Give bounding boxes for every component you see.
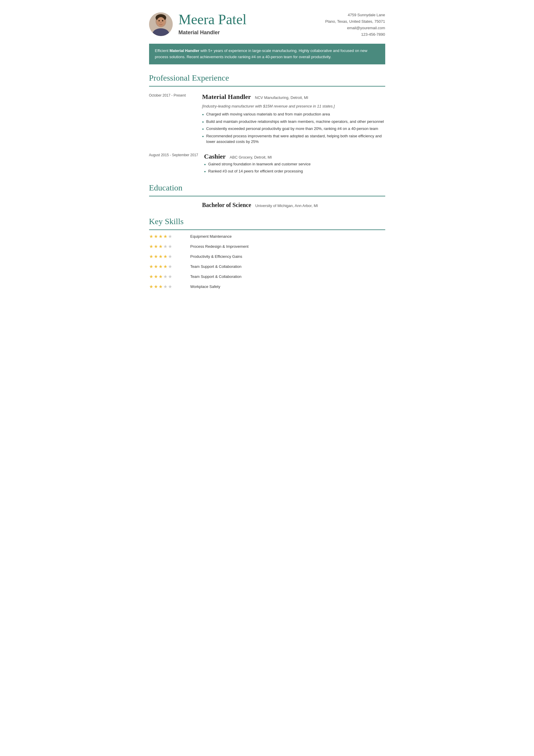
svg-point-4 xyxy=(157,17,165,27)
skill-stars-2: ★★★★★ xyxy=(149,243,184,250)
job-1-bullet-2: Build and maintain productive relationsh… xyxy=(202,119,385,124)
filled-star: ★ xyxy=(154,273,158,280)
education-section: Education Bachelor of Science University… xyxy=(149,182,385,209)
filled-star: ★ xyxy=(158,243,163,250)
filled-star: ★ xyxy=(163,253,167,260)
contact-city-state: Plano, Texas, United States, 75071 xyxy=(325,18,385,25)
job-2-dates: August 2015 - September 2017 xyxy=(149,151,199,176)
job-1-header: Material Handler NCV Manufacturing, Detr… xyxy=(202,92,385,102)
filled-star: ★ xyxy=(158,253,163,260)
empty-star: ★ xyxy=(168,253,172,260)
avatar xyxy=(149,13,173,36)
filled-star: ★ xyxy=(158,283,163,290)
job-1-content: Material Handler NCV Manufacturing, Detr… xyxy=(202,92,385,146)
education-row-1: Bachelor of Science University of Michig… xyxy=(149,201,385,209)
skill-stars-4: ★★★★★ xyxy=(149,263,184,270)
job-1-bullets: Charged with moving various materials to… xyxy=(202,111,385,145)
empty-star: ★ xyxy=(168,273,172,280)
skill-name-2: Process Redesign & Improvement xyxy=(190,244,249,250)
job-1-company: NCV Manufacturing, Detroit, MI xyxy=(255,95,308,100)
filled-star: ★ xyxy=(154,283,158,290)
job-row-1: October 2017 - Present Material Handler … xyxy=(149,92,385,146)
candidate-name: Meera Patel xyxy=(178,12,247,27)
summary-text-before: Efficient xyxy=(155,48,170,53)
skill-stars-1: ★★★★★ xyxy=(149,233,184,240)
filled-star: ★ xyxy=(158,233,163,240)
summary-bold: Material Handler xyxy=(170,48,199,53)
job-row-2: August 2015 - September 2017 Cashier ABC… xyxy=(149,151,385,176)
resume-header: Meera Patel Material Handler 4759 Sunnyd… xyxy=(149,12,385,38)
name-title: Meera Patel Material Handler xyxy=(178,12,247,37)
job-1-bullet-3: Consistently exceeded personal productiv… xyxy=(202,126,385,132)
empty-star: ★ xyxy=(168,283,172,290)
job-2-title: Cashier xyxy=(204,153,226,160)
job-1-bullet-4: Recommended process improvements that we… xyxy=(202,133,385,145)
edu-content-1: Bachelor of Science University of Michig… xyxy=(202,201,385,209)
svg-point-5 xyxy=(158,20,160,21)
empty-star: ★ xyxy=(168,233,172,240)
skill-stars-6: ★★★★★ xyxy=(149,283,184,290)
skill-name-4: Team Support & Collaboration xyxy=(190,264,241,270)
filled-star: ★ xyxy=(154,243,158,250)
education-heading: Education xyxy=(149,182,385,196)
empty-star: ★ xyxy=(163,243,167,250)
candidate-title: Material Handler xyxy=(178,29,247,37)
filled-star: ★ xyxy=(149,283,153,290)
empty-star: ★ xyxy=(163,283,167,290)
job-2-bullet-1: Gained strong foundation in teamwork and… xyxy=(204,161,385,167)
job-2-company: ABC Grocery, Detroit, MI xyxy=(230,155,272,159)
edu-degree-1: Bachelor of Science xyxy=(202,202,251,208)
filled-star: ★ xyxy=(163,263,167,270)
filled-star: ★ xyxy=(154,233,158,240)
contact-info: 4759 Sunnydale Lane Plano, Texas, United… xyxy=(325,12,385,38)
summary-banner: Efficient Material Handler with 5+ years… xyxy=(149,44,385,65)
skill-row-6: ★★★★★Workplace Safety xyxy=(149,283,385,290)
skill-row-3: ★★★★★Productivity & Efficiency Gains xyxy=(149,253,385,260)
filled-star: ★ xyxy=(163,233,167,240)
job-2-content: Cashier ABC Grocery, Detroit, MI Gained … xyxy=(204,151,385,176)
filled-star: ★ xyxy=(154,263,158,270)
skill-name-5: Team Support & Collaboration xyxy=(190,274,241,280)
contact-email: email@youremail.com xyxy=(325,25,385,31)
edu-school-1: University of Michigan, Ann Arbor, MI xyxy=(255,203,318,208)
filled-star: ★ xyxy=(149,263,153,270)
empty-star: ★ xyxy=(168,243,172,250)
job-1-bullet-1: Charged with moving various materials to… xyxy=(202,111,385,117)
skill-name-3: Productivity & Efficiency Gains xyxy=(190,254,242,259)
skill-row-2: ★★★★★Process Redesign & Improvement xyxy=(149,243,385,250)
job-2-bullet-2: Ranked #3 out of 14 peers for efficient … xyxy=(204,168,385,174)
job-1-title: Material Handler xyxy=(202,93,251,100)
skill-name-6: Workplace Safety xyxy=(190,284,221,290)
edu-left xyxy=(149,201,196,209)
professional-experience-heading: Professional Experience xyxy=(149,72,385,87)
filled-star: ★ xyxy=(158,273,163,280)
skill-stars-5: ★★★★★ xyxy=(149,273,184,280)
professional-experience-section: Professional Experience October 2017 - P… xyxy=(149,72,385,176)
contact-address: 4759 Sunnydale Lane xyxy=(325,12,385,18)
skills-list: ★★★★★Equipment Maintenance★★★★★Process R… xyxy=(149,233,385,290)
filled-star: ★ xyxy=(158,263,163,270)
job-2-bullets: Gained strong foundation in teamwork and… xyxy=(204,161,385,174)
svg-point-7 xyxy=(160,22,161,23)
empty-star: ★ xyxy=(168,263,172,270)
job-1-dates: October 2017 - Present xyxy=(149,92,196,146)
filled-star: ★ xyxy=(149,243,153,250)
filled-star: ★ xyxy=(149,233,153,240)
skill-row-5: ★★★★★Team Support & Collaboration xyxy=(149,273,385,280)
skills-section: Key Skills ★★★★★Equipment Maintenance★★★… xyxy=(149,215,385,290)
filled-star: ★ xyxy=(149,253,153,260)
svg-point-6 xyxy=(162,20,163,21)
skills-heading: Key Skills xyxy=(149,215,385,230)
skill-row-1: ★★★★★Equipment Maintenance xyxy=(149,233,385,240)
skill-row-4: ★★★★★Team Support & Collaboration xyxy=(149,263,385,270)
filled-star: ★ xyxy=(149,273,153,280)
skill-name-1: Equipment Maintenance xyxy=(190,233,232,239)
job-2-header: Cashier ABC Grocery, Detroit, MI xyxy=(204,151,385,161)
skill-stars-3: ★★★★★ xyxy=(149,253,184,260)
filled-star: ★ xyxy=(154,253,158,260)
job-1-description: [Industry-leading manufacturer with $15M… xyxy=(202,103,385,109)
contact-phone: 123-456-7890 xyxy=(325,31,385,38)
header-left: Meera Patel Material Handler xyxy=(149,12,247,37)
empty-star: ★ xyxy=(163,273,167,280)
